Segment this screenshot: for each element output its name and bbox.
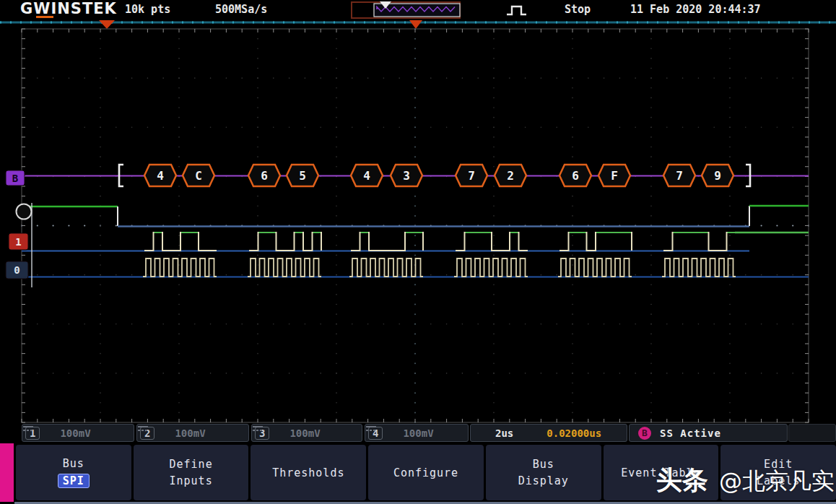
svg-text:4: 4: [157, 169, 164, 183]
brand-logo: GWINSTEK: [20, 0, 117, 17]
softkey-bus-display[interactable]: Bus Display: [486, 445, 601, 500]
svg-text:0: 0: [14, 264, 19, 276]
softkey-define-inputs[interactable]: Define Inputs: [134, 445, 249, 500]
softkey-bus[interactable]: Bus SPI: [16, 445, 131, 500]
softkey-label: Define: [169, 458, 212, 471]
channel4-indicator: 4 100mV: [365, 424, 469, 442]
bus-status-text: SS Active: [660, 427, 721, 439]
svg-text:F: F: [611, 169, 618, 183]
svg-text:2: 2: [507, 169, 514, 183]
bus-decode: 4C6543726F79: [22, 165, 809, 186]
softkey-label: Display: [518, 474, 569, 487]
menu-accent-strip: [0, 443, 14, 502]
svg-text:3: 3: [403, 169, 410, 183]
timebase-value: 2us: [495, 427, 513, 439]
softkey-configure[interactable]: Configure: [368, 445, 484, 500]
acquisition-state: Stop: [565, 3, 591, 16]
bus-badge: B: [638, 427, 651, 440]
clock-trace: [22, 258, 809, 277]
svg-text:B: B: [12, 173, 18, 184]
watermark-handle: [712, 467, 719, 495]
svg-text:6: 6: [261, 169, 268, 183]
watermark-brand: 头条: [656, 465, 708, 495]
channel2-indicator: 2 100mV: [136, 424, 249, 442]
svg-text:1: 1: [15, 236, 21, 248]
channel-badges: B10: [6, 170, 32, 287]
softkey-label: Inputs: [169, 474, 212, 487]
softkey-label: Configure: [393, 466, 458, 479]
channel2-scale: 100mV: [175, 427, 205, 439]
softkey-label: Thresholds: [272, 466, 344, 479]
svg-text:7: 7: [468, 169, 475, 183]
bus-status-indicator: B SS Active: [629, 424, 788, 442]
sample-rate: 500MSa/s: [215, 3, 267, 16]
bottom-status-bar: 1 100mV 2 100mV 3 100mV 4 100mV 2us 0.02…: [0, 423, 836, 443]
horizontal-indicator: 2us 0.02000us: [470, 424, 627, 442]
svg-text:5: 5: [299, 169, 306, 183]
channel1-indicator: 1 100mV: [22, 424, 134, 442]
bus-type-badge: SPI: [58, 474, 90, 488]
softkey-thresholds[interactable]: Thresholds: [251, 445, 366, 500]
oscilloscope-screen: 4C6543726F79B10 GWINSTEK 10k pts 500MSa/…: [0, 0, 836, 504]
svg-text:4: 4: [363, 169, 370, 183]
datetime: 11 Feb 2020 20:44:37: [630, 3, 761, 16]
record-length: 10k pts: [125, 3, 170, 16]
top-status-bar: GWINSTEK 10k pts 500MSa/s Stop 11 Feb 20…: [0, 0, 836, 20]
svg-text:9: 9: [714, 169, 721, 183]
softkey-label: Bus: [533, 458, 554, 471]
waveform-display: 4C6543726F79B10: [0, 0, 836, 423]
svg-text:6: 6: [572, 169, 579, 183]
channel4-scale: 100mV: [403, 427, 433, 439]
svg-text:C: C: [195, 169, 202, 183]
channel3-scale: 100mV: [289, 427, 320, 439]
horizontal-position-value: 0.02000us: [547, 427, 601, 439]
watermark-handle-text: @北京凡实: [719, 467, 835, 495]
softkey-bus-label: Bus: [63, 457, 84, 470]
channel3-indicator: 3 100mV: [251, 424, 362, 442]
logo-accent-bar: [36, 16, 53, 18]
channel1-scale: 100mV: [60, 427, 90, 439]
watermark: 头条 @北京凡实: [656, 463, 835, 498]
memory-ruler: [0, 20, 836, 29]
svg-text:7: 7: [676, 169, 683, 183]
status-filler: [788, 424, 836, 442]
